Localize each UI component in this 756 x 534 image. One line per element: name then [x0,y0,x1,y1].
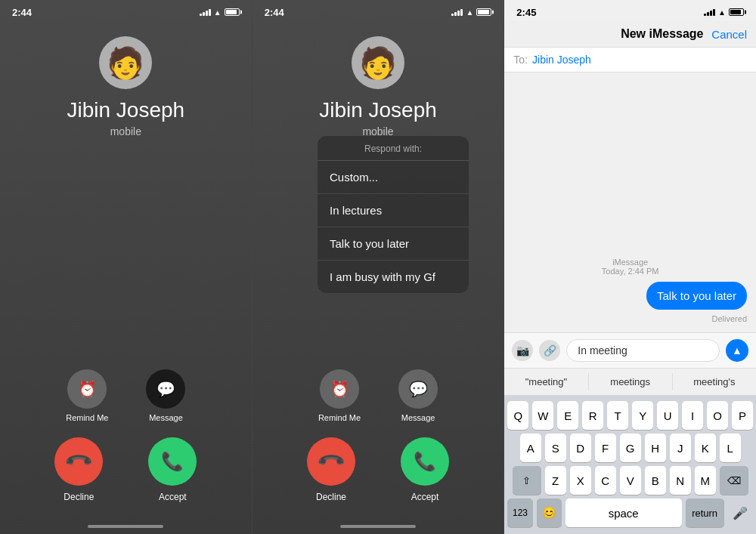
key-w[interactable]: W [532,401,553,430]
message-bubble: Talk to you later [646,282,747,310]
caller-subtitle-1: mobile [110,125,141,137]
key-n[interactable]: N [670,466,691,495]
message-meta: iMessage Today, 2:44 PM [513,258,747,276]
call-screen: 2:44 ▲ 🧑 [0,0,252,534]
keyboard-row-4: 123 😊 space return 🎤 [507,499,753,527]
signal-icon-3 [704,8,715,16]
message-button-1[interactable]: 💬 Message [146,369,185,422]
remind-me-button-1[interactable]: ⏰ Remind Me [66,369,108,422]
accept-icon-1: 📞 [148,437,197,486]
key-q[interactable]: Q [507,401,528,430]
phone-screen-1: 2:44 ▲ 🧑 [0,0,252,534]
status-time-3: 2:45 [516,7,536,18]
status-time-1: 2:44 [12,7,32,18]
key-t[interactable]: T [607,401,628,430]
autocomplete-item-1[interactable]: meetings [589,373,673,390]
key-m[interactable]: M [695,466,716,495]
phone-screen-3: 2:45 ▲ New iMessage [503,0,756,534]
status-bar-1: 2:44 ▲ [0,0,252,21]
num-key[interactable]: 123 [507,499,532,527]
key-i[interactable]: I [682,401,703,430]
mic-key[interactable]: 🎤 [728,499,753,527]
respond-item-custom[interactable]: Custom... [318,161,469,194]
key-e[interactable]: E [557,401,578,430]
shift-key[interactable]: ⇧ [513,466,541,495]
key-s[interactable]: S [545,434,566,462]
imessage-screen: 2:45 ▲ New iMessage [504,0,756,534]
key-o[interactable]: O [707,401,728,430]
autocomplete-bar: "meeting" meetings meeting's [504,368,756,395]
key-v[interactable]: V [620,466,641,495]
phone-screen-2: 2:44 ▲ 🧑 [252,0,504,534]
respond-popup-title: Respond with: [318,136,469,161]
respond-item-busy[interactable]: I am busy with my Gf [318,261,469,293]
remind-me-icon-1: ⏰ [67,369,107,409]
to-field: To: Jibin Joseph [504,48,756,73]
key-z[interactable]: Z [545,466,566,495]
key-g[interactable]: G [620,434,641,462]
key-c[interactable]: C [595,466,616,495]
imessage-title: New iMessage [612,27,711,41]
message-label-1: Message [149,413,183,422]
send-button[interactable]: ▲ [726,339,748,362]
delete-key[interactable]: ⌫ [720,466,748,495]
signal-icon-1 [200,8,211,16]
key-p[interactable]: P [732,401,753,430]
key-r[interactable]: R [582,401,603,430]
key-b[interactable]: B [645,466,666,495]
autocomplete-item-0[interactable]: "meeting" [504,373,588,390]
key-y[interactable]: Y [632,401,653,430]
keyboard-row-2: A S D F G H J K L [507,434,753,462]
keyboard: Q W E R T Y U I O P A S D F G [504,395,756,534]
status-bar-3: 2:45 ▲ [504,0,756,21]
message-input[interactable]: In meeting [566,339,720,362]
home-indicator-1 [88,525,163,528]
delivered-label: Delivered [513,314,747,323]
respond-item-later[interactable]: Talk to you later [318,227,469,261]
decline-icon-1: 📞 [54,437,103,486]
battery-icon-1 [225,8,240,16]
key-d[interactable]: D [570,434,591,462]
key-k[interactable]: K [695,434,716,462]
autocomplete-item-2[interactable]: meeting's [673,373,756,390]
keyboard-row-1: Q W E R T Y U I O P [507,401,753,430]
message-bubble-row: Talk to you later [513,282,747,310]
caller-name-1: Jibin Joseph [67,98,185,122]
key-a[interactable]: A [520,434,541,462]
decline-label-1: Decline [64,492,94,502]
key-x[interactable]: X [570,466,591,495]
space-key[interactable]: space [565,499,682,527]
call-buttons-row-1: 📞 Decline 📞 Accept [0,437,252,502]
emoji-key[interactable]: 😊 [537,499,562,527]
status-icons-1: ▲ [200,8,240,17]
message-icon-1: 💬 [146,369,185,409]
key-j[interactable]: J [670,434,691,462]
action-buttons-row-1: ⏰ Remind Me 💬 Message [0,369,252,422]
attachment-icon[interactable]: 🔗 [539,340,560,361]
status-icons-3: ▲ [704,8,744,17]
imessage-header: New iMessage Cancel [504,21,756,48]
key-l[interactable]: L [720,434,741,462]
respond-popup-overlay: Respond with: Custom... In lectures Talk… [253,0,504,534]
avatar-1: 🧑 [99,36,152,89]
key-f[interactable]: F [595,434,616,462]
accept-button-1[interactable]: 📞 Accept [148,437,197,502]
keyboard-row-3: ⇧ Z X C V B N M ⌫ [507,466,753,495]
input-left-icons: 📷 🔗 [512,340,560,361]
decline-button-1[interactable]: 📞 Decline [54,437,103,502]
caller-info-1: 🧑 Jibin Joseph mobile [0,21,252,369]
to-label: To: [513,54,528,66]
return-key[interactable]: return [686,499,724,527]
to-value[interactable]: Jibin Joseph [532,54,591,66]
remind-me-label-1: Remind Me [66,413,108,422]
accept-label-1: Accept [159,492,187,502]
wifi-icon-3: ▲ [718,8,726,17]
respond-popup: Respond with: Custom... In lectures Talk… [318,136,469,293]
camera-icon[interactable]: 📷 [512,340,533,361]
cancel-button[interactable]: Cancel [711,28,747,41]
battery-icon-3 [729,8,744,16]
key-h[interactable]: H [645,434,666,462]
messages-area: iMessage Today, 2:44 PM Talk to you late… [504,73,756,332]
respond-item-lectures[interactable]: In lectures [318,194,469,227]
key-u[interactable]: U [657,401,678,430]
